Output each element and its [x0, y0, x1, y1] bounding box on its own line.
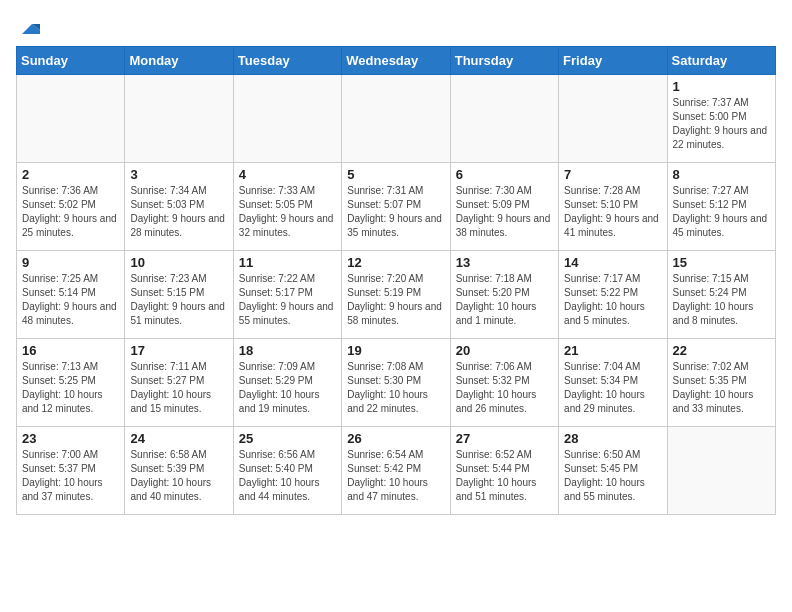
calendar-day-cell: 27Sunrise: 6:52 AM Sunset: 5:44 PM Dayli…: [450, 427, 558, 515]
calendar-week-row: 23Sunrise: 7:00 AM Sunset: 5:37 PM Dayli…: [17, 427, 776, 515]
day-info: Sunrise: 7:00 AM Sunset: 5:37 PM Dayligh…: [22, 448, 119, 504]
calendar-day-cell: 26Sunrise: 6:54 AM Sunset: 5:42 PM Dayli…: [342, 427, 450, 515]
day-info: Sunrise: 7:23 AM Sunset: 5:15 PM Dayligh…: [130, 272, 227, 328]
day-info: Sunrise: 6:52 AM Sunset: 5:44 PM Dayligh…: [456, 448, 553, 504]
day-info: Sunrise: 7:09 AM Sunset: 5:29 PM Dayligh…: [239, 360, 336, 416]
calendar-day-cell: [450, 75, 558, 163]
day-number: 13: [456, 255, 553, 270]
day-number: 15: [673, 255, 770, 270]
day-info: Sunrise: 7:28 AM Sunset: 5:10 PM Dayligh…: [564, 184, 661, 240]
day-info: Sunrise: 6:50 AM Sunset: 5:45 PM Dayligh…: [564, 448, 661, 504]
day-info: Sunrise: 7:34 AM Sunset: 5:03 PM Dayligh…: [130, 184, 227, 240]
day-info: Sunrise: 7:33 AM Sunset: 5:05 PM Dayligh…: [239, 184, 336, 240]
weekday-header: Thursday: [450, 47, 558, 75]
weekday-header: Sunday: [17, 47, 125, 75]
calendar-day-cell: 8Sunrise: 7:27 AM Sunset: 5:12 PM Daylig…: [667, 163, 775, 251]
calendar-day-cell: 3Sunrise: 7:34 AM Sunset: 5:03 PM Daylig…: [125, 163, 233, 251]
day-info: Sunrise: 7:13 AM Sunset: 5:25 PM Dayligh…: [22, 360, 119, 416]
day-info: Sunrise: 7:06 AM Sunset: 5:32 PM Dayligh…: [456, 360, 553, 416]
calendar-day-cell: 10Sunrise: 7:23 AM Sunset: 5:15 PM Dayli…: [125, 251, 233, 339]
calendar-day-cell: 2Sunrise: 7:36 AM Sunset: 5:02 PM Daylig…: [17, 163, 125, 251]
day-info: Sunrise: 7:25 AM Sunset: 5:14 PM Dayligh…: [22, 272, 119, 328]
calendar-day-cell: 11Sunrise: 7:22 AM Sunset: 5:17 PM Dayli…: [233, 251, 341, 339]
calendar-day-cell: 17Sunrise: 7:11 AM Sunset: 5:27 PM Dayli…: [125, 339, 233, 427]
day-info: Sunrise: 6:54 AM Sunset: 5:42 PM Dayligh…: [347, 448, 444, 504]
calendar-table: SundayMondayTuesdayWednesdayThursdayFrid…: [16, 46, 776, 515]
day-number: 7: [564, 167, 661, 182]
calendar-day-cell: 1Sunrise: 7:37 AM Sunset: 5:00 PM Daylig…: [667, 75, 775, 163]
day-info: Sunrise: 7:30 AM Sunset: 5:09 PM Dayligh…: [456, 184, 553, 240]
weekday-header: Friday: [559, 47, 667, 75]
calendar-day-cell: 14Sunrise: 7:17 AM Sunset: 5:22 PM Dayli…: [559, 251, 667, 339]
day-info: Sunrise: 7:22 AM Sunset: 5:17 PM Dayligh…: [239, 272, 336, 328]
day-number: 19: [347, 343, 444, 358]
day-info: Sunrise: 7:15 AM Sunset: 5:24 PM Dayligh…: [673, 272, 770, 328]
calendar-day-cell: 4Sunrise: 7:33 AM Sunset: 5:05 PM Daylig…: [233, 163, 341, 251]
day-info: Sunrise: 7:11 AM Sunset: 5:27 PM Dayligh…: [130, 360, 227, 416]
day-info: Sunrise: 7:20 AM Sunset: 5:19 PM Dayligh…: [347, 272, 444, 328]
calendar-day-cell: 28Sunrise: 6:50 AM Sunset: 5:45 PM Dayli…: [559, 427, 667, 515]
day-info: Sunrise: 6:56 AM Sunset: 5:40 PM Dayligh…: [239, 448, 336, 504]
day-number: 11: [239, 255, 336, 270]
calendar-day-cell: 6Sunrise: 7:30 AM Sunset: 5:09 PM Daylig…: [450, 163, 558, 251]
calendar-day-cell: [342, 75, 450, 163]
day-info: Sunrise: 7:02 AM Sunset: 5:35 PM Dayligh…: [673, 360, 770, 416]
calendar-week-row: 9Sunrise: 7:25 AM Sunset: 5:14 PM Daylig…: [17, 251, 776, 339]
day-number: 24: [130, 431, 227, 446]
calendar-day-cell: [233, 75, 341, 163]
day-number: 6: [456, 167, 553, 182]
logo-icon: [18, 20, 40, 38]
day-number: 12: [347, 255, 444, 270]
day-number: 20: [456, 343, 553, 358]
day-number: 3: [130, 167, 227, 182]
day-number: 25: [239, 431, 336, 446]
calendar-day-cell: 24Sunrise: 6:58 AM Sunset: 5:39 PM Dayli…: [125, 427, 233, 515]
day-info: Sunrise: 6:58 AM Sunset: 5:39 PM Dayligh…: [130, 448, 227, 504]
day-number: 9: [22, 255, 119, 270]
logo: [16, 20, 40, 38]
day-number: 4: [239, 167, 336, 182]
calendar-day-cell: 13Sunrise: 7:18 AM Sunset: 5:20 PM Dayli…: [450, 251, 558, 339]
day-info: Sunrise: 7:36 AM Sunset: 5:02 PM Dayligh…: [22, 184, 119, 240]
weekday-header: Wednesday: [342, 47, 450, 75]
day-info: Sunrise: 7:17 AM Sunset: 5:22 PM Dayligh…: [564, 272, 661, 328]
calendar-week-row: 2Sunrise: 7:36 AM Sunset: 5:02 PM Daylig…: [17, 163, 776, 251]
calendar-day-cell: 5Sunrise: 7:31 AM Sunset: 5:07 PM Daylig…: [342, 163, 450, 251]
weekday-header: Tuesday: [233, 47, 341, 75]
day-number: 23: [22, 431, 119, 446]
day-info: Sunrise: 7:31 AM Sunset: 5:07 PM Dayligh…: [347, 184, 444, 240]
calendar-week-row: 16Sunrise: 7:13 AM Sunset: 5:25 PM Dayli…: [17, 339, 776, 427]
calendar-day-cell: [125, 75, 233, 163]
day-number: 21: [564, 343, 661, 358]
day-number: 28: [564, 431, 661, 446]
day-info: Sunrise: 7:08 AM Sunset: 5:30 PM Dayligh…: [347, 360, 444, 416]
weekday-header: Saturday: [667, 47, 775, 75]
calendar-day-cell: 12Sunrise: 7:20 AM Sunset: 5:19 PM Dayli…: [342, 251, 450, 339]
calendar-day-cell: 20Sunrise: 7:06 AM Sunset: 5:32 PM Dayli…: [450, 339, 558, 427]
calendar-day-cell: 16Sunrise: 7:13 AM Sunset: 5:25 PM Dayli…: [17, 339, 125, 427]
day-number: 26: [347, 431, 444, 446]
calendar-day-cell: 15Sunrise: 7:15 AM Sunset: 5:24 PM Dayli…: [667, 251, 775, 339]
day-number: 16: [22, 343, 119, 358]
day-number: 2: [22, 167, 119, 182]
calendar-header-row: SundayMondayTuesdayWednesdayThursdayFrid…: [17, 47, 776, 75]
day-number: 14: [564, 255, 661, 270]
calendar-day-cell: 23Sunrise: 7:00 AM Sunset: 5:37 PM Dayli…: [17, 427, 125, 515]
calendar-day-cell: [667, 427, 775, 515]
day-number: 8: [673, 167, 770, 182]
day-number: 5: [347, 167, 444, 182]
calendar-day-cell: 25Sunrise: 6:56 AM Sunset: 5:40 PM Dayli…: [233, 427, 341, 515]
calendar-day-cell: 19Sunrise: 7:08 AM Sunset: 5:30 PM Dayli…: [342, 339, 450, 427]
calendar-day-cell: 7Sunrise: 7:28 AM Sunset: 5:10 PM Daylig…: [559, 163, 667, 251]
calendar-day-cell: [17, 75, 125, 163]
day-info: Sunrise: 7:37 AM Sunset: 5:00 PM Dayligh…: [673, 96, 770, 152]
day-info: Sunrise: 7:27 AM Sunset: 5:12 PM Dayligh…: [673, 184, 770, 240]
calendar-week-row: 1Sunrise: 7:37 AM Sunset: 5:00 PM Daylig…: [17, 75, 776, 163]
day-info: Sunrise: 7:04 AM Sunset: 5:34 PM Dayligh…: [564, 360, 661, 416]
day-number: 18: [239, 343, 336, 358]
page-header: [16, 16, 776, 38]
weekday-header: Monday: [125, 47, 233, 75]
calendar-day-cell: 18Sunrise: 7:09 AM Sunset: 5:29 PM Dayli…: [233, 339, 341, 427]
day-number: 1: [673, 79, 770, 94]
calendar-day-cell: 9Sunrise: 7:25 AM Sunset: 5:14 PM Daylig…: [17, 251, 125, 339]
